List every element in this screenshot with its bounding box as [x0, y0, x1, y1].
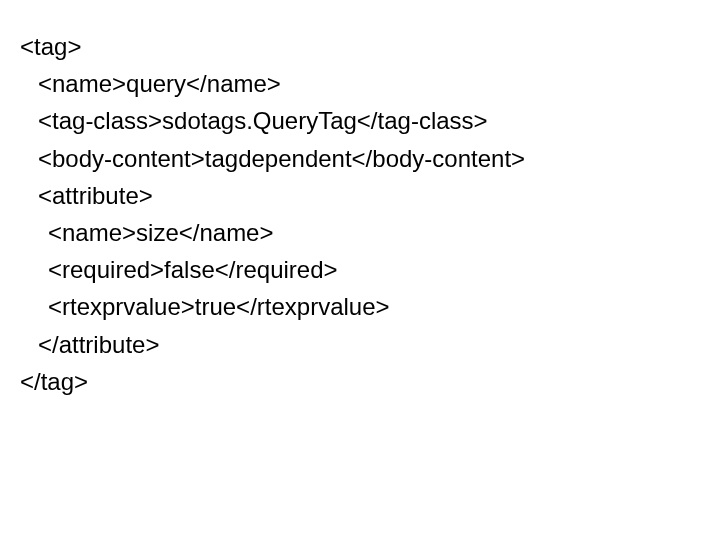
- code-line-attr-name: <name>size</name>: [20, 214, 700, 251]
- code-line-attribute-open: <attribute>: [20, 177, 700, 214]
- code-line-attribute-close: </attribute>: [20, 326, 700, 363]
- code-line-body-content: <body-content>tagdependent</body-content…: [20, 140, 700, 177]
- code-line-tag-close: </tag>: [20, 363, 700, 400]
- code-line-tag-open: <tag>: [20, 28, 700, 65]
- xml-code-block: <tag> <name>query</name> <tag-class>sdot…: [0, 0, 720, 400]
- code-line-name: <name>query</name>: [20, 65, 700, 102]
- code-line-attr-required: <required>false</required>: [20, 251, 700, 288]
- code-line-tag-class: <tag-class>sdotags.QueryTag</tag-class>: [20, 102, 700, 139]
- code-line-attr-rtexprvalue: <rtexprvalue>true</rtexprvalue>: [20, 288, 700, 325]
